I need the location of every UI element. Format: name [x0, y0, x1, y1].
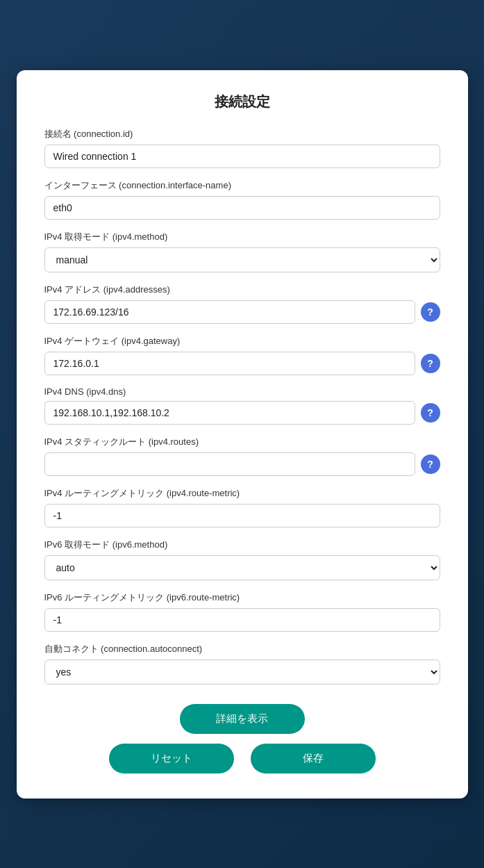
- connection-name-input[interactable]: [44, 145, 440, 168]
- ipv4-dns-help-button[interactable]: ?: [421, 403, 440, 423]
- ipv4-dns-group: IPv4 DNS (ipv4.dns) ?: [44, 386, 440, 425]
- save-button[interactable]: 保存: [251, 744, 376, 773]
- ipv6-method-group: IPv6 取得モード (ipv6.method) auto manual lin…: [44, 539, 440, 580]
- ipv4-dns-row: ?: [44, 401, 440, 425]
- connection-name-group: 接続名 (connection.id): [44, 128, 440, 168]
- ipv4-address-row: ?: [44, 300, 440, 324]
- ipv4-metric-input[interactable]: [44, 504, 440, 527]
- ipv4-routes-help-button[interactable]: ?: [421, 455, 440, 474]
- ipv4-routes-row: ?: [44, 452, 440, 476]
- ipv6-metric-group: IPv6 ルーティングメトリック (ipv6.route-metric): [44, 591, 440, 632]
- autoconnect-group: 自動コネクト (connection.autoconnect) yes no: [44, 643, 440, 685]
- ipv4-method-label: IPv4 取得モード (ipv4.method): [44, 231, 440, 243]
- autoconnect-label: 自動コネクト (connection.autoconnect): [44, 643, 440, 655]
- ipv6-method-label: IPv6 取得モード (ipv6.method): [44, 539, 440, 551]
- ipv4-address-input[interactable]: [44, 300, 415, 324]
- ipv4-address-help-button[interactable]: ?: [421, 302, 440, 322]
- ipv4-gateway-help-button[interactable]: ?: [421, 354, 440, 373]
- ipv4-gateway-input[interactable]: [44, 352, 415, 375]
- ipv4-gateway-label: IPv4 ゲートウェイ (ipv4.gateway): [44, 335, 440, 347]
- ipv6-metric-input[interactable]: [44, 608, 440, 632]
- ipv4-metric-label: IPv4 ルーティングメトリック (ipv4.route-metric): [44, 487, 440, 500]
- details-button[interactable]: 詳細を表示: [180, 704, 305, 734]
- ipv4-routes-group: IPv4 スタティックルート (ipv4.routes) ?: [44, 436, 440, 476]
- page-title: 接続設定: [44, 92, 440, 111]
- interface-label: インターフェース (connection.interface-name): [44, 179, 440, 192]
- ipv4-method-group: IPv4 取得モード (ipv4.method) auto manual lin…: [44, 231, 440, 272]
- autoconnect-select[interactable]: yes no: [44, 660, 440, 685]
- ipv4-gateway-row: ?: [44, 352, 440, 375]
- ipv4-dns-label: IPv4 DNS (ipv4.dns): [44, 386, 440, 397]
- ipv4-address-label: IPv4 アドレス (ipv4.addresses): [44, 284, 440, 296]
- ipv4-address-group: IPv4 アドレス (ipv4.addresses) ?: [44, 284, 440, 324]
- ipv4-routes-input[interactable]: [44, 452, 415, 476]
- connection-name-label: 接続名 (connection.id): [44, 128, 440, 140]
- ipv4-gateway-group: IPv4 ゲートウェイ (ipv4.gateway) ?: [44, 335, 440, 375]
- ipv6-method-select[interactable]: auto manual link-local shared disabled i…: [44, 555, 440, 580]
- action-buttons-row: リセット 保存: [109, 744, 376, 773]
- buttons-section: 詳細を表示 リセット 保存: [44, 704, 440, 773]
- interface-input[interactable]: [44, 196, 440, 220]
- ipv6-metric-label: IPv6 ルーティングメトリック (ipv6.route-metric): [44, 591, 440, 604]
- ipv4-dns-input[interactable]: [44, 401, 415, 425]
- settings-card: 接続設定 接続名 (connection.id) インターフェース (conne…: [17, 70, 468, 799]
- ipv4-routes-label: IPv4 スタティックルート (ipv4.routes): [44, 436, 440, 448]
- reset-button[interactable]: リセット: [109, 744, 234, 773]
- interface-group: インターフェース (connection.interface-name): [44, 179, 440, 220]
- ipv4-method-select[interactable]: auto manual link-local shared disabled: [44, 247, 440, 272]
- ipv4-metric-group: IPv4 ルーティングメトリック (ipv4.route-metric): [44, 487, 440, 527]
